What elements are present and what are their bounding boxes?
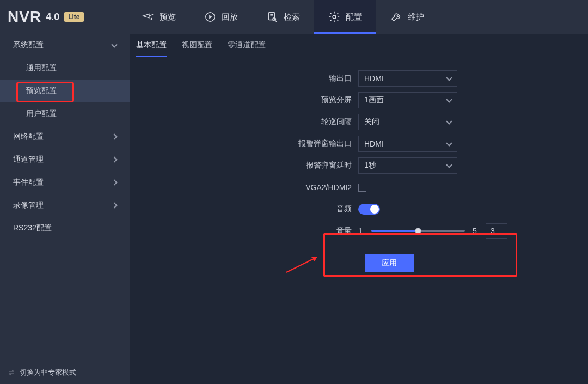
- select-split[interactable]: 1画面: [358, 92, 457, 108]
- select-alarm-out-value: HDMI: [364, 139, 384, 148]
- playback-icon: [204, 11, 216, 23]
- volume-slider-thumb[interactable]: [415, 228, 421, 234]
- sidebar-item-system-label: 系统配置: [13, 40, 44, 50]
- sidebar-sub-preview[interactable]: 预览配置: [0, 80, 130, 102]
- label-output: 输出口: [130, 74, 358, 83]
- form: 输出口 HDMI 预览分屏 1画面: [130, 68, 532, 272]
- brand-version: 4.0: [46, 11, 59, 23]
- volume-value-input[interactable]: 3: [486, 223, 507, 239]
- checkbox-vga[interactable]: [358, 184, 366, 192]
- select-alarm-delay[interactable]: 1秒: [358, 157, 457, 174]
- sidebar-item-rs232[interactable]: RS232配置: [0, 217, 130, 240]
- file-search-icon: [266, 11, 278, 23]
- subtab-basic-label: 基本配置: [136, 40, 167, 50]
- label-vga: VGA2/HDMI2: [130, 183, 358, 192]
- topnav-maintain[interactable]: 维护: [376, 0, 438, 34]
- sidebar-item-system[interactable]: 系统配置: [0, 34, 130, 57]
- sidebar-item-record[interactable]: 录像管理: [0, 194, 130, 217]
- topnav-preview-label: 预览: [160, 12, 176, 22]
- select-split-value: 1画面: [364, 95, 384, 105]
- topnav-search[interactable]: 检索: [252, 0, 314, 34]
- chevron-down-icon: [446, 75, 452, 81]
- sidebar-sub-general-label: 通用配置: [26, 63, 57, 73]
- topnav-search-label: 检索: [284, 12, 300, 22]
- sidebar-item-event-label: 事件配置: [13, 178, 44, 187]
- topnav-preview[interactable]: 预览: [128, 0, 190, 34]
- chevron-right-icon: [111, 133, 117, 139]
- sidebar-sub-user-label: 用户配置: [26, 109, 57, 119]
- select-alarm-out[interactable]: HDMI: [358, 136, 457, 152]
- sidebar-footer-toggle[interactable]: 切换为非专家模式: [0, 361, 130, 384]
- volume-slider-fill: [371, 230, 418, 232]
- topnav-playback[interactable]: 回放: [190, 0, 252, 34]
- sidebar-item-channel[interactable]: 通道管理: [0, 148, 130, 171]
- subtab-zero[interactable]: 零通道配置: [228, 34, 266, 57]
- top-nav: 预览 回放 检索 配置 维护: [128, 0, 438, 34]
- top-bar: NVR 4.0 Lite 预览 回放 检索 配置: [0, 0, 588, 34]
- topnav-playback-label: 回放: [222, 12, 238, 22]
- chevron-down-icon: [446, 118, 452, 124]
- subtab-view-label: 视图配置: [182, 40, 212, 50]
- swap-icon: [8, 369, 15, 376]
- label-split: 预览分屏: [130, 95, 358, 105]
- main: 基本配置 视图配置 零通道配置 输出口 HDMI 预览分屏: [130, 34, 588, 384]
- body: 系统配置 通用配置 预览配置 用户配置 网络配置 通道管理 事件配置 录像管理: [0, 34, 588, 384]
- row-volume: 音量 1 5 3: [130, 220, 532, 242]
- svg-marker-3: [209, 15, 212, 19]
- row-interval: 轮巡间隔 关闭: [130, 111, 532, 133]
- gear-icon: [328, 11, 340, 23]
- subtab-basic[interactable]: 基本配置: [136, 34, 167, 57]
- row-split: 预览分屏 1画面: [130, 89, 532, 111]
- svg-line-0: [149, 14, 152, 16]
- row-alarm-out: 报警弹窗输出口 HDMI: [130, 133, 532, 155]
- row-output: 输出口 HDMI: [130, 68, 532, 89]
- label-volume: 音量: [130, 226, 358, 236]
- row-alarm-delay: 报警弹窗延时 1秒: [130, 155, 532, 176]
- sidebar-sub-preview-label: 预览配置: [26, 86, 57, 96]
- chevron-right-icon: [111, 202, 117, 208]
- brand-edition-badge: Lite: [64, 12, 84, 22]
- sidebar-item-channel-label: 通道管理: [13, 155, 44, 164]
- topnav-config-label: 配置: [346, 12, 362, 22]
- sidebar-sub-general[interactable]: 通用配置: [0, 57, 130, 80]
- select-alarm-delay-value: 1秒: [364, 161, 376, 170]
- svg-point-9: [333, 15, 336, 19]
- sidebar-item-record-label: 录像管理: [13, 200, 44, 210]
- select-interval[interactable]: 关闭: [358, 114, 457, 130]
- brand: NVR 4.0 Lite: [0, 0, 101, 34]
- camera-icon: [142, 11, 154, 23]
- chevron-down-icon: [111, 41, 117, 47]
- apply-button[interactable]: 应用: [365, 254, 414, 272]
- label-interval: 轮巡间隔: [130, 117, 358, 127]
- label-alarm-delay: 报警弹窗延时: [130, 161, 358, 170]
- row-vga: VGA2/HDMI2: [130, 176, 532, 198]
- volume-min: 1: [358, 227, 364, 235]
- select-output[interactable]: HDMI: [358, 70, 457, 87]
- subtab-view[interactable]: 视图配置: [182, 34, 212, 57]
- chevron-right-icon: [111, 156, 117, 162]
- chevron-down-icon: [446, 96, 452, 102]
- select-output-value: HDMI: [364, 74, 384, 83]
- sidebar-item-event[interactable]: 事件配置: [0, 171, 130, 194]
- subtab-zero-label: 零通道配置: [228, 40, 266, 50]
- sidebar-item-rs232-label: RS232配置: [13, 223, 52, 233]
- sidebar: 系统配置 通用配置 预览配置 用户配置 网络配置 通道管理 事件配置 录像管理: [0, 34, 130, 384]
- sidebar-footer-label: 切换为非专家模式: [20, 368, 76, 377]
- topnav-maintain-label: 维护: [408, 12, 424, 22]
- row-audio: 音频: [130, 198, 532, 220]
- label-audio: 音频: [130, 204, 358, 214]
- svg-line-8: [275, 20, 277, 22]
- sidebar-item-network[interactable]: 网络配置: [0, 125, 130, 148]
- volume-slider-wrap: 1 5 3: [358, 223, 507, 239]
- sub-tabs: 基本配置 视图配置 零通道配置: [130, 34, 588, 57]
- sidebar-item-network-label: 网络配置: [13, 132, 44, 142]
- label-alarm-out: 报警弹窗输出口: [130, 139, 358, 149]
- select-interval-value: 关闭: [364, 117, 379, 127]
- volume-max: 5: [473, 227, 478, 235]
- topnav-config[interactable]: 配置: [314, 0, 376, 34]
- volume-slider[interactable]: [371, 230, 465, 232]
- sidebar-sub-user[interactable]: 用户配置: [0, 102, 130, 125]
- chevron-down-icon: [446, 162, 452, 168]
- chevron-right-icon: [111, 179, 117, 185]
- toggle-audio[interactable]: [358, 204, 380, 215]
